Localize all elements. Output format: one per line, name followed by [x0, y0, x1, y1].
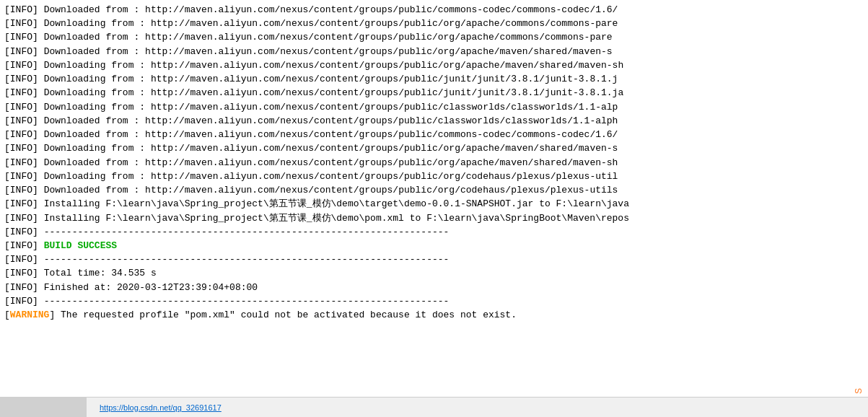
log-line: [WARNING] The requested profile "pom.xml… — [0, 308, 868, 322]
log-line: [INFO] Total time: 34.535 s — [0, 266, 868, 280]
log-line: [INFO] Downloaded from : http://maven.al… — [0, 183, 868, 197]
log-line: [INFO] Installing F:\learn\java\Spring_p… — [0, 197, 868, 211]
log-prefix: [ — [4, 197, 10, 211]
log-message: Downloading from : http://maven.aliyun.c… — [44, 86, 624, 100]
log-line: [INFO] Downloading from : http://maven.a… — [0, 58, 868, 72]
log-message: The requested profile "pom.xml" could no… — [61, 308, 517, 322]
log-prefix: [ — [4, 3, 10, 17]
log-message: Downloading from : http://maven.aliyun.c… — [44, 141, 618, 155]
log-message: Downloaded from : http://maven.aliyun.co… — [44, 114, 618, 128]
log-message: Downloaded from : http://maven.aliyun.co… — [44, 183, 618, 197]
log-message: Downloaded from : http://maven.aliyun.co… — [44, 3, 618, 17]
log-prefix: [ — [4, 45, 10, 58]
log-line: [INFO] Downloading from : http://maven.a… — [0, 141, 868, 155]
log-line: [INFO] Downloading from : http://maven.a… — [0, 17, 868, 30]
log-prefix: [ — [4, 211, 10, 225]
log-prefix: [ — [4, 170, 10, 183]
log-message: Downloading from : http://maven.aliyun.c… — [44, 170, 618, 183]
log-prefix: [ — [4, 239, 10, 253]
log-line: [INFO] Installing F:\learn\java\Spring_p… — [0, 211, 868, 225]
log-line: [INFO] Downloading from : http://maven.a… — [0, 72, 868, 86]
log-message: Downloaded from : http://maven.aliyun.co… — [44, 156, 618, 170]
log-message: Downloaded from : http://maven.aliyun.co… — [44, 128, 618, 141]
log-line: [INFO] ---------------------------------… — [0, 294, 868, 308]
bottom-bar: https://blog.csdn.net/qq_32691617 — [0, 397, 868, 417]
log-message: Finished at: 2020-03-12T23:39:04+08:00 — [44, 281, 258, 294]
log-message: ----------------------------------------… — [44, 253, 450, 266]
log-prefix: [ — [4, 183, 10, 197]
log-message: Installing F:\learn\java\Spring_project\… — [44, 197, 629, 211]
log-prefix: [ — [4, 141, 10, 155]
build-success-text: BUILD SUCCESS — [44, 239, 117, 253]
log-line: [INFO] Downloaded from : http://maven.al… — [0, 156, 868, 170]
log-line: [INFO] Downloaded from : http://maven.al… — [0, 3, 868, 17]
log-prefix: [ — [4, 281, 10, 294]
log-message: Downloading from : http://maven.aliyun.c… — [44, 17, 618, 30]
log-line: [INFO] ---------------------------------… — [0, 225, 868, 239]
log-message: Downloading from : http://maven.aliyun.c… — [44, 100, 618, 114]
log-line: [INFO] Downloading from : http://maven.a… — [0, 86, 868, 100]
log-prefix: [ — [4, 156, 10, 170]
log-line: [INFO] Downloaded from : http://maven.al… — [0, 45, 868, 58]
log-message: Downloading from : http://maven.aliyun.c… — [44, 72, 618, 86]
log-line: [INFO] ---------------------------------… — [0, 253, 868, 266]
log-prefix: [ — [4, 308, 10, 322]
bottom-thumbnail — [0, 397, 87, 417]
log-line: [INFO] Finished at: 2020-03-12T23:39:04+… — [0, 281, 868, 294]
log-prefix: [ — [4, 253, 10, 266]
log-line: [INFO] Downloaded from : http://maven.al… — [0, 30, 868, 44]
watermark: S — [854, 388, 864, 394]
log-prefix: [ — [4, 294, 10, 308]
log-prefix: [ — [4, 72, 10, 86]
log-prefix: [ — [4, 225, 10, 239]
log-prefix: [ — [4, 17, 10, 30]
log-prefix: [ — [4, 86, 10, 100]
log-container: [INFO] Downloaded from : http://maven.al… — [0, 3, 868, 322]
log-line: [INFO] Downloaded from : http://maven.al… — [0, 114, 868, 128]
log-message: Downloaded from : http://maven.aliyun.co… — [44, 30, 613, 44]
log-prefix: [ — [4, 266, 10, 280]
log-message: Downloading from : http://maven.aliyun.c… — [44, 58, 624, 72]
log-line: [INFO] Downloaded from : http://maven.al… — [0, 128, 868, 141]
log-prefix: [ — [4, 128, 10, 141]
log-message: Downloaded from : http://maven.aliyun.co… — [44, 45, 613, 58]
terminal-window: [INFO] Downloaded from : http://maven.al… — [0, 0, 868, 417]
log-message: ----------------------------------------… — [44, 294, 450, 308]
log-prefix: [ — [4, 100, 10, 114]
log-line: [INFO] Downloading from : http://maven.a… — [0, 170, 868, 183]
log-message: ----------------------------------------… — [44, 225, 450, 239]
log-message: Total time: 34.535 s — [44, 266, 157, 280]
log-prefix: [ — [4, 30, 10, 44]
log-prefix: [ — [4, 58, 10, 72]
log-prefix: [ — [4, 114, 10, 128]
log-line: [INFO] BUILD SUCCESS — [0, 239, 868, 253]
log-message: Installing F:\learn\java\Spring_project\… — [44, 211, 629, 225]
log-line: [INFO] Downloading from : http://maven.a… — [0, 100, 868, 114]
url-text: https://blog.csdn.net/qq_32691617 — [100, 403, 222, 412]
